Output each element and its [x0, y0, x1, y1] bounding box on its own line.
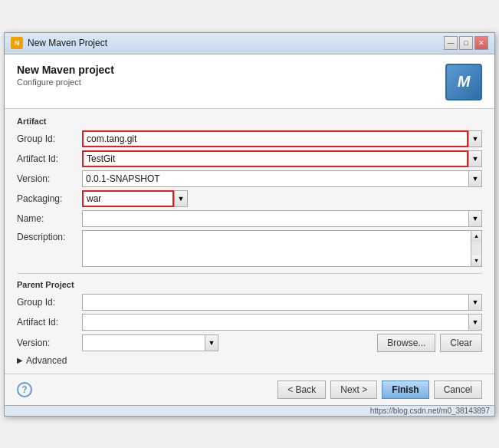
- parent-artifact-id-dropdown[interactable]: ▼: [468, 314, 482, 331]
- version-row: Version: ▼: [17, 170, 482, 187]
- group-id-row: Group Id: ▼: [17, 130, 482, 147]
- dialog-footer: ? < Back Next > Finish Cancel: [5, 374, 494, 405]
- maximize-button[interactable]: □: [459, 36, 473, 50]
- artifact-id-dropdown[interactable]: ▼: [468, 150, 482, 167]
- name-input[interactable]: [82, 210, 468, 227]
- dialog-title: New Maven project: [17, 64, 114, 76]
- name-dropdown[interactable]: ▼: [468, 210, 482, 227]
- dialog-header: New Maven project Configure project M: [5, 54, 494, 109]
- parent-section-title: Parent Project: [17, 280, 482, 289]
- artifact-id-input[interactable]: [82, 150, 468, 167]
- name-row: Name: ▼: [17, 210, 482, 227]
- dialog-window: N New Maven Project — □ ✕ New Maven proj…: [4, 32, 495, 417]
- clear-button[interactable]: Clear: [440, 334, 482, 352]
- window-icon: N: [11, 37, 23, 49]
- parent-group-id-dropdown[interactable]: ▼: [468, 294, 482, 311]
- name-label: Name:: [17, 213, 82, 224]
- browse-button[interactable]: Browse...: [377, 334, 435, 352]
- advanced-triangle-icon[interactable]: ▶: [17, 356, 23, 364]
- parent-group-id-row: Group Id: ▼: [17, 294, 482, 311]
- parent-artifact-id-wrapper: ▼: [82, 314, 482, 331]
- artifact-id-field-wrapper: ▼: [82, 150, 482, 167]
- name-field-wrapper: ▼: [82, 210, 482, 227]
- help-button[interactable]: ?: [17, 382, 32, 397]
- group-id-label: Group Id:: [17, 133, 82, 144]
- dialog-subtitle: Configure project: [17, 77, 114, 87]
- parent-artifact-id-label: Artifact Id:: [17, 317, 82, 328]
- finish-button[interactable]: Finish: [382, 380, 428, 399]
- title-bar: N New Maven Project — □ ✕: [5, 33, 494, 54]
- parent-artifact-id-row: Artifact Id: ▼: [17, 314, 482, 331]
- group-id-dropdown[interactable]: ▼: [468, 130, 482, 147]
- packaging-field-wrapper: ▼: [82, 190, 482, 207]
- main-content: Artifact Group Id: ▼ Artifact Id: ▼ Vers…: [5, 109, 494, 374]
- group-id-field-wrapper: ▼: [82, 130, 482, 147]
- artifact-section-title: Artifact: [17, 117, 482, 126]
- version-label: Version:: [17, 173, 82, 184]
- close-button[interactable]: ✕: [474, 36, 488, 50]
- separator-1: [17, 273, 482, 274]
- packaging-dropdown[interactable]: ▼: [174, 190, 188, 207]
- packaging-row: Packaging: ▼: [17, 190, 482, 207]
- group-id-input[interactable]: [82, 130, 468, 147]
- packaging-input[interactable]: [82, 190, 174, 207]
- description-input[interactable]: [82, 230, 471, 267]
- next-button[interactable]: Next >: [330, 380, 377, 399]
- parent-artifact-id-input[interactable]: [82, 314, 468, 331]
- description-label: Description:: [17, 230, 82, 242]
- packaging-label: Packaging:: [17, 193, 82, 204]
- parent-version-wrapper: ▼: [82, 334, 230, 351]
- description-scrollbar[interactable]: ▲ ▼: [471, 230, 482, 267]
- advanced-row: ▶ Advanced: [17, 355, 482, 366]
- parent-group-id-wrapper: ▼: [82, 294, 482, 311]
- window-title: New Maven Project: [28, 38, 107, 48]
- maven-logo: M: [445, 64, 482, 100]
- advanced-label[interactable]: Advanced: [26, 355, 67, 366]
- cancel-button[interactable]: Cancel: [434, 380, 482, 399]
- header-text: New Maven project Configure project: [17, 64, 114, 87]
- artifact-id-row: Artifact Id: ▼: [17, 150, 482, 167]
- parent-version-label: Version:: [17, 338, 82, 348]
- scroll-down[interactable]: ▼: [471, 255, 481, 266]
- status-bar: https://blog.csdn.net/m0_38143897: [5, 405, 494, 416]
- title-controls: — □ ✕: [444, 36, 488, 50]
- back-button[interactable]: < Back: [277, 380, 326, 399]
- description-wrapper: ▲ ▼: [82, 230, 482, 267]
- parent-version-input[interactable]: [82, 334, 205, 351]
- parent-version-row: Version: ▼ Browse... Clear: [17, 334, 482, 352]
- version-dropdown[interactable]: ▼: [468, 170, 482, 187]
- artifact-id-label: Artifact Id:: [17, 153, 82, 164]
- status-text: https://blog.csdn.net/m0_38143897: [370, 407, 490, 415]
- parent-version-dropdown[interactable]: ▼: [205, 334, 218, 351]
- scroll-up[interactable]: ▲: [471, 231, 481, 242]
- version-field-wrapper: ▼: [82, 170, 482, 187]
- title-bar-left: N New Maven Project: [11, 37, 107, 49]
- parent-group-id-input[interactable]: [82, 294, 468, 311]
- minimize-button[interactable]: —: [444, 36, 458, 50]
- version-input[interactable]: [82, 170, 468, 187]
- footer-buttons: < Back Next > Finish Cancel: [277, 380, 482, 399]
- description-row: Description: ▲ ▼: [17, 230, 482, 267]
- parent-group-id-label: Group Id:: [17, 297, 82, 308]
